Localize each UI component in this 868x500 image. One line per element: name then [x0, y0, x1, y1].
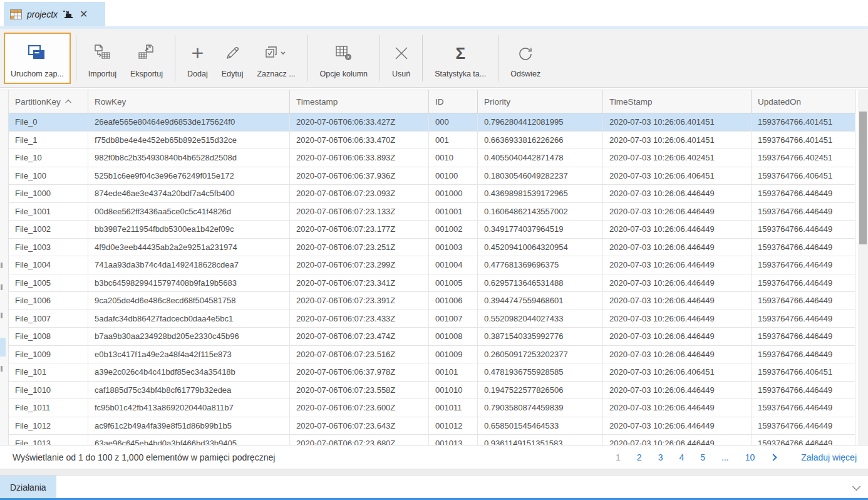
- column-header-timestamp2[interactable]: TimeStamp: [603, 90, 752, 113]
- table-cell: 0010: [429, 149, 478, 167]
- pagination-page-2[interactable]: 2: [637, 452, 642, 462]
- table-cell: 2020-07-03 10:26:06.406451: [603, 167, 752, 185]
- table-row[interactable]: File_1008b7aa9b30aa234928bd205e2330c45b9…: [9, 328, 855, 346]
- table-row[interactable]: File_10075adafc34db86427fadcecb0daa4e5bc…: [9, 310, 855, 328]
- table-row[interactable]: File_026eafe565e80464e9d6853de175624f020…: [9, 113, 855, 132]
- vertical-scrollbar[interactable]: [858, 90, 868, 445]
- export-button[interactable]: Eksportuj: [123, 33, 170, 84]
- scrollbar-thumb[interactable]: [859, 112, 867, 244]
- import-icon: [92, 41, 112, 65]
- table-cell: 001000: [429, 185, 478, 202]
- table-row[interactable]: File_1011fc95b01c42fb413a8692020440a811b…: [9, 399, 855, 417]
- run-query-button[interactable]: Uruchom zap...: [4, 33, 71, 84]
- table-row[interactable]: File_1004741aa93da3b74c4da1492418628cdea…: [9, 256, 855, 274]
- table-cell: 63ae96c645eb4bd0a3bf466bd33b9405: [88, 435, 290, 445]
- table-cell: 0.16064862143557002: [478, 203, 603, 221]
- pagination-page-1[interactable]: 1: [616, 452, 621, 462]
- table-cell: 2020-07-06T06:07:23.299Z: [290, 256, 429, 274]
- table-cell: 001007: [429, 310, 478, 328]
- export-label: Eksportuj: [130, 70, 163, 78]
- table-stats-button[interactable]: Σ Statystyka ta...: [428, 33, 493, 84]
- column-header-timestamp[interactable]: Timestamp: [290, 90, 429, 113]
- table-cell: 0.18030546049282237: [478, 167, 603, 185]
- chevron-down-icon[interactable]: [852, 482, 860, 491]
- column-header-label: RowKey: [95, 97, 126, 107]
- table-cell: File_1011: [9, 399, 88, 417]
- pagination-page-3[interactable]: 3: [658, 452, 663, 462]
- refresh-icon: [516, 41, 535, 65]
- refresh-button[interactable]: Odśwież: [504, 33, 547, 84]
- column-header-id[interactable]: ID: [429, 90, 478, 113]
- table-row[interactable]: File_1010caf1885d75c34bf4b8cf61779b32ede…: [9, 382, 855, 400]
- table-cell: 2020-07-03 10:26:06.401451: [603, 113, 752, 131]
- column-header-updatedon[interactable]: UpdatedOn: [752, 90, 855, 113]
- table-cell: 1593764766.446449: [752, 417, 855, 435]
- delete-button[interactable]: Usuń: [385, 33, 417, 84]
- table-cell: 1593764766.406451: [752, 363, 855, 381]
- table-cell: 2020-07-06T06:06:37.978Z: [290, 363, 429, 381]
- table-cell: 2020-07-06T06:07:23.643Z: [290, 417, 429, 435]
- table-cell: 001011: [429, 399, 478, 417]
- table-row[interactable]: File_101363ae96c645eb4bd0a3bf466bd33b940…: [9, 435, 855, 445]
- table-cell: File_1000: [9, 185, 88, 202]
- pagination-page-4[interactable]: 4: [679, 452, 684, 462]
- column-header-priority[interactable]: Priority: [478, 90, 603, 113]
- pagination: 12345...10 Załaduj więcej: [616, 452, 857, 462]
- table-row[interactable]: File_10069ca205de4d6e486c8ecd68f50458175…: [9, 292, 855, 310]
- tab-close-icon[interactable]: ✕: [78, 9, 89, 19]
- column-options-button[interactable]: Opcje kolumn: [313, 33, 375, 84]
- actions-panel-bar: Działania: [0, 475, 868, 498]
- tab-projectx[interactable]: projectx ✕: [4, 2, 105, 26]
- splitter[interactable]: [0, 469, 868, 475]
- table-row[interactable]: File_1009e0b13c417f1a49e2a48f4a42f115e87…: [9, 346, 855, 364]
- actions-tab-label: Działania: [10, 482, 46, 492]
- table-cell: 2020-07-03 10:26:06.446449: [603, 292, 752, 310]
- table-cell: 001003: [429, 239, 478, 256]
- table-cell: File_1012: [9, 417, 88, 435]
- table-row[interactable]: File_100525b1c6ee9f04c3e96e76249f015e172…: [9, 167, 855, 185]
- add-label: Dodaj: [187, 70, 208, 78]
- import-button[interactable]: Importuj: [81, 33, 123, 84]
- table-cell: 874ede46ae3e4374a20bdf7a4c5fb400: [88, 185, 290, 202]
- add-button[interactable]: + Dodaj: [180, 33, 215, 84]
- table-cell: 1593764766.401451: [752, 132, 855, 149]
- table-row[interactable]: File_1002bb3987e211954fbdb5300ea1b42ef09…: [9, 221, 855, 239]
- table-cell: 982f0b8c2b354930840b4b6528d2508d: [88, 149, 290, 167]
- table-cell: e0b13c417f1a49e2a48f4a42f115e873: [88, 346, 290, 363]
- load-more-link[interactable]: Załaduj więcej: [801, 452, 857, 462]
- table-cell: 001005: [429, 274, 478, 292]
- table-row[interactable]: File_100100d8ee562ff3436aa5ce0c5c41f4826…: [9, 203, 855, 221]
- table-row[interactable]: File_101a39e2c026c4b4c41bdf85ec34a35418b…: [9, 363, 855, 382]
- column-header-partitionkey[interactable]: PartitionKey: [9, 90, 88, 113]
- table-row[interactable]: File_10034f9d0e3eeb44435ab2a2e9251a23197…: [9, 239, 855, 257]
- table-cell: 2020-07-06T06:07:23.680Z: [290, 435, 429, 445]
- table-row[interactable]: File_1012ac9f61c2b49a4fa39e8f51d86b99b1b…: [9, 417, 855, 435]
- table-cell: 2020-07-03 10:26:06.446449: [603, 274, 752, 292]
- table-cell: 00d8ee562ff3436aa5ce0c5c41f4826d: [88, 203, 290, 221]
- table-row[interactable]: File_1f75db8be4e4e452eb65b892e515d32ce20…: [9, 132, 855, 150]
- table-cell: 525b1c6ee9f04c3e96e76249f015e172: [88, 167, 290, 185]
- actions-tab[interactable]: Działania: [0, 476, 56, 499]
- toolbar-separator: [175, 35, 175, 81]
- table-row[interactable]: File_1005b3bc64598299415797408b9fa19b568…: [9, 274, 855, 293]
- table-cell: 001002: [429, 221, 478, 238]
- table-cell: 2020-07-03 10:26:06.446449: [603, 328, 752, 345]
- column-header-rowkey[interactable]: RowKey: [88, 90, 290, 113]
- table-cell: File_1005: [9, 274, 88, 292]
- pagination-page-5[interactable]: 5: [700, 452, 705, 462]
- table-row[interactable]: File_10982f0b8c2b354930840b4b6528d2508d2…: [9, 149, 855, 167]
- pagination-page-10[interactable]: 10: [745, 452, 755, 462]
- edit-button[interactable]: Edytuj: [215, 33, 251, 84]
- table-cell: 00100: [429, 167, 478, 185]
- table-cell: 001006: [429, 292, 478, 310]
- table-stats-label: Statystyka ta...: [435, 70, 486, 78]
- select-button[interactable]: Zaznacz ...: [250, 33, 302, 84]
- table-row[interactable]: File_1000874ede46ae3e4374a20bdf7a4c5fb40…: [9, 185, 855, 203]
- table-cell: fc95b01c42fb413a8692020440a811b7: [88, 399, 290, 417]
- pagination-next-icon[interactable]: [770, 454, 777, 461]
- table-cell: 2020-07-03 10:26:06.446449: [603, 435, 752, 445]
- table-cell: 2020-07-03 10:26:06.446449: [603, 221, 752, 238]
- table-cell: 1593764766.446449: [752, 310, 855, 328]
- table-cell: b3bc64598299415797408b9fa19b5683: [88, 274, 290, 292]
- table-cell: 0.477681369696375: [478, 256, 603, 274]
